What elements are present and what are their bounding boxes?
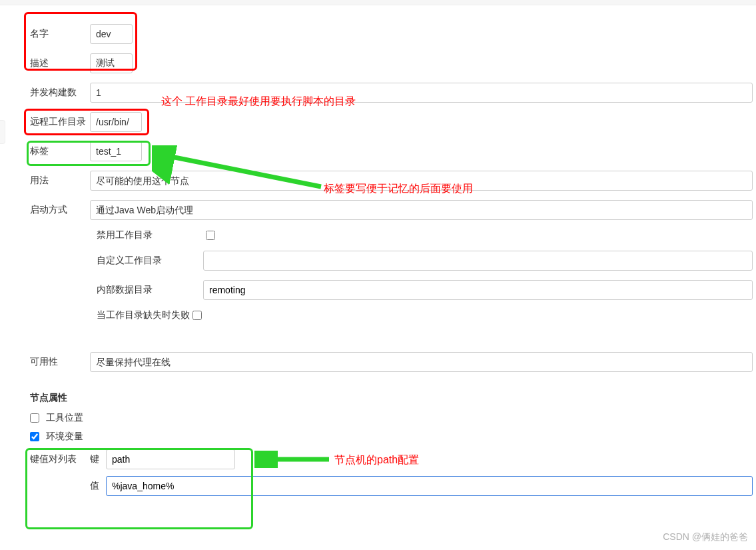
- label-usage: 用法: [30, 171, 90, 191]
- row-fail-when-missing: 当工作目录缺失时失败: [97, 309, 756, 321]
- input-custom-workdir[interactable]: [203, 251, 753, 271]
- row-custom-workdir: 自定义工作目录: [97, 251, 756, 271]
- label-key: 键: [90, 453, 106, 465]
- input-remote-dir[interactable]: [90, 112, 142, 132]
- input-executors[interactable]: [90, 83, 753, 103]
- label-executors: 并发构建数: [30, 83, 90, 103]
- input-value[interactable]: [106, 476, 753, 496]
- input-key[interactable]: [106, 449, 235, 469]
- label-custom-workdir: 自定义工作目录: [97, 255, 203, 267]
- row-disable-workdir: 禁用工作目录: [97, 229, 756, 241]
- row-usage: 用法 尽可能的使用这个节点: [30, 171, 756, 191]
- kv-fields: 键 值: [90, 449, 756, 503]
- kv-row-value: 值: [90, 476, 756, 496]
- label-labels: 标签: [30, 141, 90, 161]
- checkbox-env-vars[interactable]: [30, 432, 39, 441]
- label-fail-when-missing: 当工作目录缺失时失败: [97, 309, 190, 321]
- row-remote-dir: 远程工作目录: [30, 112, 756, 132]
- row-tool-location: 工具位置: [30, 412, 756, 424]
- launch-sub-section: 禁用工作目录 自定义工作目录 内部数据目录 当工作目录缺失时失败: [97, 229, 756, 321]
- select-launch-method[interactable]: 通过Java Web启动代理: [90, 200, 753, 220]
- input-labels[interactable]: [90, 141, 142, 161]
- row-env-vars: 环境变量: [30, 431, 756, 443]
- row-launch-method: 启动方式 通过Java Web启动代理: [30, 200, 756, 220]
- label-availability: 可用性: [30, 352, 90, 372]
- label-name: 名字: [30, 24, 90, 44]
- kv-row-key: 键: [90, 449, 756, 469]
- label-kv-list: 键值对列表: [30, 449, 90, 503]
- row-availability: 可用性 尽量保持代理在线: [30, 352, 756, 372]
- label-value: 值: [90, 480, 106, 492]
- label-launch-method: 启动方式: [30, 200, 90, 220]
- label-tool-location: 工具位置: [46, 412, 83, 424]
- row-labels: 标签: [30, 141, 756, 161]
- section-node-properties: 节点属性: [30, 392, 756, 404]
- row-executors: 并发构建数: [30, 83, 756, 103]
- label-disable-workdir: 禁用工作目录: [97, 229, 203, 241]
- label-remote-dir: 远程工作目录: [30, 112, 90, 132]
- input-internal-data-dir[interactable]: [203, 280, 753, 300]
- checkbox-disable-workdir[interactable]: [206, 231, 215, 240]
- input-description[interactable]: [90, 53, 133, 73]
- label-description: 描述: [30, 53, 90, 73]
- checkbox-tool-location[interactable]: [30, 413, 39, 423]
- checkbox-fail-when-missing[interactable]: [192, 311, 202, 320]
- label-env-vars: 环境变量: [46, 431, 83, 443]
- watermark: CSDN @俩娃的爸爸: [663, 531, 748, 543]
- label-internal-data-dir: 内部数据目录: [97, 284, 203, 296]
- select-usage[interactable]: 尽可能的使用这个节点: [90, 171, 753, 191]
- kv-list-section: 键值对列表 键 值: [30, 449, 756, 503]
- row-name: 名字: [30, 24, 756, 44]
- select-availability[interactable]: 尽量保持代理在线: [90, 352, 753, 372]
- input-name[interactable]: [90, 24, 133, 44]
- top-bar: [0, 0, 756, 5]
- row-description: 描述: [30, 53, 756, 73]
- node-config-form: 名字 描述 并发构建数 远程工作目录 标签 用法 尽可能的使用这个节点 启动方式…: [0, 11, 756, 503]
- row-internal-data-dir: 内部数据目录: [97, 280, 756, 300]
